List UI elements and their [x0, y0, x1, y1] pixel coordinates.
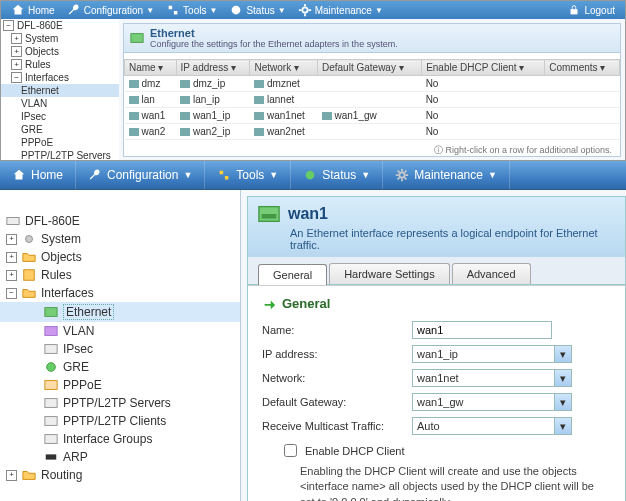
context-hint: ⓘ Right-click on a row for additional op… — [124, 140, 620, 161]
svg-point-0 — [232, 6, 241, 15]
tree-system[interactable]: +System — [1, 32, 119, 45]
ipsec-icon — [44, 342, 58, 356]
gw-label: Default Gateway: — [262, 396, 412, 408]
chevron-down-icon: ▾ — [554, 418, 571, 434]
status-icon — [303, 168, 317, 182]
tree-rules[interactable]: +Rules — [0, 266, 240, 284]
svg-point-7 — [26, 236, 33, 243]
menu-tools[interactable]: Tools▼ — [205, 161, 291, 189]
tree-arp[interactable]: ARP — [0, 448, 240, 466]
dhcp-label: Enable DHCP Client — [305, 445, 404, 457]
table-row[interactable]: lanlan_iplannetNo — [125, 92, 620, 108]
tree-ipsec[interactable]: IPsec — [0, 340, 240, 358]
tree-rules[interactable]: +Rules — [1, 58, 119, 71]
menu-status[interactable]: Status▼ — [291, 161, 383, 189]
tab-hardware[interactable]: Hardware Settings — [329, 263, 450, 284]
ip-select[interactable]: wan1_ip▾ — [412, 345, 572, 363]
menu-home[interactable]: Home — [0, 161, 76, 189]
svg-rect-19 — [262, 214, 277, 219]
tree-pptpcli[interactable]: PPTP/L2TP Clients — [0, 412, 240, 430]
arp-icon — [44, 450, 58, 464]
tree-pppoe[interactable]: PPPoE — [1, 136, 119, 149]
tree-vlan[interactable]: VLAN — [0, 322, 240, 340]
status-icon — [229, 3, 243, 17]
tab-general[interactable]: General — [258, 264, 327, 285]
top-nav-tree: −DFL-860E +System +Objects +Rules −Inter… — [1, 19, 120, 161]
tree-pppoe[interactable]: PPPoE — [0, 376, 240, 394]
nic-icon — [44, 305, 58, 319]
tree-device[interactable]: DFL-860E — [0, 212, 240, 230]
tree-vlan[interactable]: VLAN — [1, 97, 119, 110]
pppoe-icon — [44, 378, 58, 392]
net-select[interactable]: wan1net▾ — [412, 369, 572, 387]
svg-rect-11 — [45, 345, 57, 354]
group-icon — [44, 432, 58, 446]
gear-icon — [298, 3, 312, 17]
svg-rect-2 — [571, 9, 578, 14]
menu-logout[interactable]: Logout — [561, 3, 621, 17]
dhcp-checkbox[interactable] — [284, 444, 297, 457]
col-gw[interactable]: Default Gateway ▾ — [318, 60, 422, 76]
table-row[interactable]: dmzdmz_ipdmznetNo — [125, 76, 620, 92]
col-comm[interactable]: Comments ▾ — [545, 60, 620, 76]
wrench-icon — [88, 168, 102, 182]
tree-routing[interactable]: +Routing — [0, 466, 240, 484]
col-name[interactable]: Name ▾ — [125, 60, 177, 76]
mc-label: Receive Multicast Traffic: — [262, 420, 412, 432]
tree-ifgrp[interactable]: Interface Groups — [0, 430, 240, 448]
svg-rect-8 — [24, 270, 35, 281]
ip-label: IP address: — [262, 348, 412, 360]
client-icon — [44, 414, 58, 428]
tree-gre[interactable]: GRE — [1, 123, 119, 136]
menu-tools[interactable]: Tools▼ — [160, 3, 223, 17]
tree-interfaces[interactable]: −Interfaces — [0, 284, 240, 302]
table-row[interactable]: wan2wan2_ipwan2netNo — [125, 124, 620, 140]
svg-point-12 — [47, 363, 56, 372]
col-net[interactable]: Network ▾ — [250, 60, 318, 76]
tree-ipsec[interactable]: IPsec — [1, 110, 119, 123]
tab-advanced[interactable]: Advanced — [452, 263, 531, 284]
lock-icon — [567, 3, 581, 17]
menu-maint[interactable]: Maintenance▼ — [383, 161, 510, 189]
menu-status[interactable]: Status▼ — [223, 3, 291, 17]
top-menubar: Home Configuration▼ Tools▼ Status▼ Maint… — [1, 1, 625, 19]
col-dhcp[interactable]: Enable DHCP Client ▾ — [422, 60, 545, 76]
device-icon — [6, 214, 20, 228]
dhcp-description: Enabling the DHCP Client will create and… — [300, 464, 611, 501]
home-icon — [12, 168, 26, 182]
svg-point-5 — [400, 172, 405, 177]
gw-select[interactable]: wan1_gw▾ — [412, 393, 572, 411]
tree-pptpsrv[interactable]: PPTP/L2TP Servers — [0, 394, 240, 412]
tree-objects[interactable]: +Objects — [1, 45, 119, 58]
col-ip[interactable]: IP address ▾ — [176, 60, 250, 76]
tree-ethernet[interactable]: Ethernet — [1, 84, 119, 97]
tree-ethernet[interactable]: Ethernet — [0, 302, 240, 322]
table-row[interactable]: wan1wan1_ipwan1netwan1_gwNo — [125, 108, 620, 124]
tree-system[interactable]: +System — [0, 230, 240, 248]
svg-point-1 — [302, 7, 307, 12]
tree-objects[interactable]: +Objects — [0, 248, 240, 266]
tab-bar: General Hardware Settings Advanced — [247, 257, 626, 285]
menu-config[interactable]: Configuration▼ — [76, 161, 205, 189]
menu-maint[interactable]: Maintenance▼ — [292, 3, 389, 17]
tree-pptpsrv[interactable]: PPTP/L2TP Servers — [1, 149, 119, 161]
tree-device[interactable]: −DFL-860E — [1, 19, 119, 32]
tree-gre[interactable]: GRE — [0, 358, 240, 376]
svg-rect-14 — [45, 399, 57, 408]
tools-icon — [217, 168, 231, 182]
nic-icon — [258, 203, 280, 225]
arrow-icon — [262, 297, 276, 311]
net-label: Network: — [262, 372, 412, 384]
name-field[interactable] — [412, 321, 552, 339]
panel-header: Ethernet Configure the settings for the … — [124, 24, 620, 53]
menu-config[interactable]: Configuration▼ — [61, 3, 160, 17]
mc-select[interactable]: Auto▾ — [412, 417, 572, 435]
tree-interfaces[interactable]: −Interfaces — [1, 71, 119, 84]
svg-rect-9 — [45, 308, 57, 317]
chevron-down-icon: ▾ — [554, 370, 571, 386]
menu-home[interactable]: Home — [5, 3, 61, 17]
gear-icon — [22, 232, 36, 246]
panel-title: Ethernet — [150, 27, 398, 39]
section-header: General — [262, 296, 611, 311]
svg-rect-15 — [45, 417, 57, 426]
